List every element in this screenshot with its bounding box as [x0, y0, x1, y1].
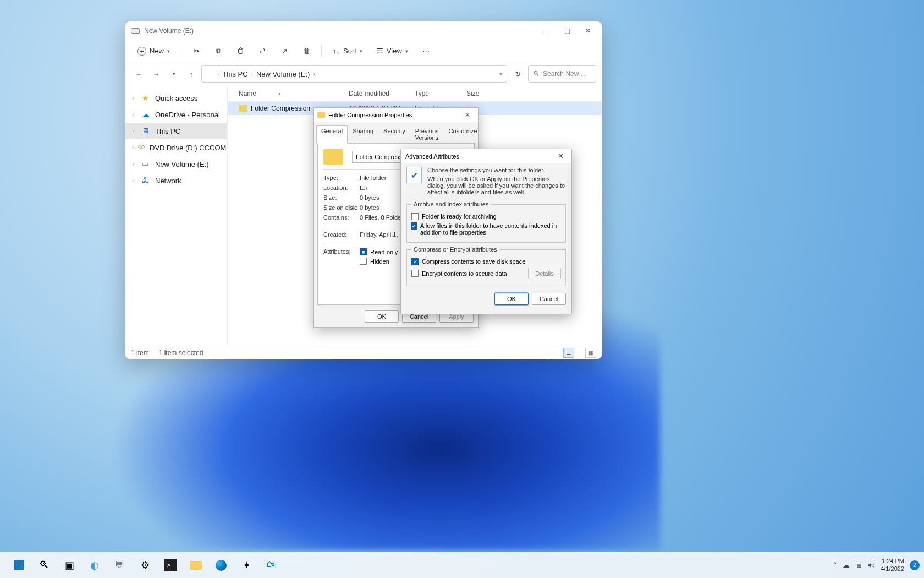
search-input[interactable]: 🔍︎ Search New Volu... [528, 65, 596, 83]
hidden-label: Hidden [370, 258, 389, 265]
folder-icon [317, 112, 325, 118]
properties-title: Folder Compression Properties [328, 112, 460, 118]
tab-security[interactable]: Security [378, 125, 410, 144]
folder-icon [239, 105, 248, 112]
address-bar[interactable]: › This PC › New Volume (E:) › ▾ [201, 65, 507, 83]
onedrive-tray-icon[interactable]: ☁ [843, 561, 850, 569]
titlebar: New Volume (E:) — ▢ ✕ [125, 21, 602, 40]
widgets-button[interactable]: ◐ [84, 554, 106, 576]
column-date[interactable]: Date modified [349, 90, 415, 97]
more-button[interactable]: ⋯ [417, 43, 436, 59]
compress-checkbox[interactable]: ✔ [411, 258, 419, 265]
task-view-button[interactable]: ▣ [58, 554, 80, 576]
store-app[interactable]: 🛍︎ [261, 554, 283, 576]
back-button[interactable]: ← [131, 66, 146, 81]
status-bar: 1 item 1 item selected ≣ ▦ [125, 346, 602, 359]
tab-sharing[interactable]: Sharing [348, 125, 378, 144]
cut-icon: ✂ [194, 47, 200, 55]
sidebar-item-label: OneDrive - Personal [155, 111, 220, 119]
label-size-on-disk: Size on disk: [323, 204, 360, 211]
search-icon: 🔍︎ [533, 70, 540, 78]
new-button[interactable]: + New ▾ [132, 43, 175, 59]
sort-button[interactable]: ↑↓ Sort ▾ [327, 43, 368, 59]
chevron-right-icon: › [217, 71, 219, 77]
network-tray-icon[interactable]: 🖥︎ [855, 561, 862, 569]
sidebar-item-this-pc[interactable]: ›🖥︎This PC [125, 123, 227, 139]
ok-button[interactable]: OK [494, 293, 529, 305]
close-button[interactable]: ✕ [578, 23, 598, 39]
chevron-right-icon: › [132, 161, 138, 167]
start-button[interactable] [8, 554, 30, 576]
breadcrumb-current[interactable]: New Volume (E:) [256, 70, 310, 78]
delete-button[interactable]: 🗑︎ [297, 43, 316, 59]
paste-button[interactable]: 📋︎ [231, 43, 250, 59]
up-button[interactable]: ↑ [184, 66, 199, 81]
column-type[interactable]: Type [415, 90, 466, 97]
sidebar-item-new-volume[interactable]: ›▭New Volume (E:) [125, 156, 227, 172]
hidden-checkbox[interactable] [360, 258, 367, 265]
separator [321, 45, 322, 57]
readonly-checkbox[interactable]: ■ [360, 248, 367, 255]
paste-icon: 📋︎ [237, 47, 244, 55]
cancel-button[interactable]: Cancel [532, 293, 566, 305]
label-size: Size: [323, 194, 360, 201]
minimize-button[interactable]: — [536, 23, 557, 39]
file-explorer-app[interactable] [185, 554, 207, 576]
indexing-checkbox[interactable]: ✔ [411, 222, 417, 230]
column-size[interactable]: Size [466, 90, 499, 97]
search-button[interactable]: 🔍︎ [33, 554, 55, 576]
tiles-view-button[interactable]: ▦ [585, 348, 596, 358]
rename-button[interactable]: ⇄ [253, 43, 272, 59]
terminal-app[interactable]: >_ [160, 554, 182, 576]
view-button[interactable]: ☰ View ▾ [371, 43, 414, 59]
chevron-right-icon: › [132, 128, 138, 134]
sidebar-item-network[interactable]: ›🖧︎Network [125, 172, 227, 189]
forward-button[interactable]: → [148, 66, 164, 81]
share-button[interactable]: ↗ [275, 43, 294, 59]
advanced-buttons: OK Cancel [401, 290, 571, 310]
refresh-button[interactable]: ↻ [509, 65, 526, 83]
value-size: 0 bytes [360, 194, 379, 201]
clock[interactable]: 1:24 PM 4/1/2022 [881, 558, 904, 572]
sidebar-item-onedrive[interactable]: ›☁OneDrive - Personal [125, 106, 227, 123]
cloud-icon: ☁ [142, 110, 151, 119]
app-icon-1[interactable]: ✦ [235, 554, 257, 576]
address-dropdown[interactable]: ▾ [499, 71, 502, 77]
tray-overflow[interactable]: ˄ [833, 561, 837, 569]
notification-badge[interactable]: 2 [910, 560, 920, 570]
rename-icon: ⇄ [260, 47, 266, 55]
tab-general[interactable]: General [316, 125, 348, 144]
encrypt-checkbox[interactable] [411, 270, 419, 277]
recent-dropdown[interactable]: ▾ [166, 66, 182, 81]
ok-button[interactable]: OK [365, 310, 399, 323]
sidebar-item-dvd[interactable]: ›💿︎DVD Drive (D:) CCCOMA_X64FR [125, 139, 227, 156]
chevron-right-icon: › [251, 71, 253, 77]
chevron-right-icon: › [132, 95, 138, 101]
archiving-checkbox[interactable] [411, 213, 419, 220]
drive-icon [206, 72, 214, 77]
sort-label: Sort [343, 47, 356, 55]
sidebar-item-label: DVD Drive (D:) CCCOMA_X64FR [150, 144, 228, 152]
chat-button[interactable]: 💬︎ [109, 554, 131, 576]
sidebar-item-quick-access[interactable]: ›★Quick access [125, 90, 227, 106]
tab-customize[interactable]: Customize [444, 125, 482, 144]
cut-button[interactable]: ✂ [187, 43, 206, 59]
trash-icon: 🗑︎ [303, 47, 310, 55]
column-name[interactable]: Name▴ [239, 90, 349, 97]
file-name: Folder Compression [251, 105, 310, 112]
archive-index-group: Archive and Index attributes Folder is r… [406, 201, 566, 243]
copy-button[interactable]: ⧉ [209, 43, 228, 59]
value-type: File folder [360, 175, 386, 181]
edge-app[interactable] [210, 554, 232, 576]
close-button[interactable]: ✕ [460, 109, 475, 121]
details-view-button[interactable]: ≣ [563, 348, 574, 358]
volume-tray-icon[interactable]: 🔊︎ [868, 561, 875, 569]
advanced-titlebar: Advanced Attributes ✕ [401, 149, 571, 163]
refresh-icon: ↻ [515, 70, 521, 78]
settings-app[interactable]: ⚙ [134, 554, 156, 576]
maximize-button[interactable]: ▢ [557, 23, 578, 39]
breadcrumb-this-pc[interactable]: This PC [222, 70, 248, 78]
window-title: New Volume (E:) [144, 27, 194, 35]
close-button[interactable]: ✕ [554, 150, 567, 162]
tab-previous-versions[interactable]: Previous Versions [410, 125, 444, 144]
